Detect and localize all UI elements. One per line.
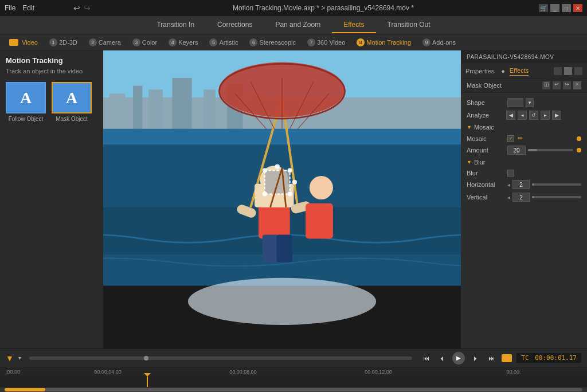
tab-transition-out[interactable]: Transition Out [376,17,442,33]
mask-object-item[interactable]: A Mask Object [52,82,92,122]
mask-icon-1[interactable]: ◫ [542,81,550,89]
amount-keyframe-dot[interactable] [577,148,581,152]
nav-num-5: 5 [209,38,217,46]
right-panel-filename: PARASAILING-V5428694.MOV [461,50,587,64]
maximize-button[interactable]: □ [562,4,571,12]
analyze-btn-3[interactable]: ↺ [529,111,538,120]
play-button[interactable]: ▶ [452,352,465,364]
follow-object-item[interactable]: A Follow Object [6,82,46,122]
horizontal-slider[interactable] [532,183,581,186]
analyze-btn-2[interactable]: ◂ [518,111,527,120]
close-button[interactable]: ✕ [573,4,582,12]
shape-row: Shape ▼ [461,96,587,109]
nav-video-label: Video [22,39,38,46]
nav-2d3d[interactable]: 1 2D-3D [45,37,82,48]
mosaic-value: ✏ [507,135,573,142]
nav-color[interactable]: 3 Color [128,37,162,48]
mosaic-pencil-icon[interactable]: ✏ [518,135,523,142]
right-tab-effects[interactable]: Effects [510,66,529,76]
vertical-slider[interactable] [532,196,581,198]
tab-pan-zoom[interactable]: Pan and Zoom [264,17,332,33]
amount-input[interactable] [507,146,526,155]
mosaic-checkbox[interactable] [507,135,514,142]
mosaic-keyframe-dot[interactable] [577,136,581,141]
tab-effects[interactable]: Effects [332,17,375,33]
vertical-input[interactable] [512,193,530,202]
vertical-decrement[interactable]: ◂ [507,194,510,201]
nav-360video[interactable]: 7 360 Video [303,37,350,48]
ruler-mark-2: 00:00:08.00 [175,369,311,375]
timeline-track[interactable] [0,377,587,387]
nav-motion-tracking[interactable]: 8 Motion Tracking [352,37,416,48]
tab-icon-1[interactable] [554,67,562,75]
analyze-btn-1[interactable]: ◀ [506,111,515,120]
amount-slider-fill [528,149,537,151]
main-content: Motion Tracking Track an object in the v… [0,50,587,348]
tab-icon-3[interactable] [574,67,582,75]
mask-icon-4[interactable]: ✕ [573,81,581,89]
tab-icon-2[interactable] [564,67,572,75]
undo-button[interactable]: ↩ [73,3,80,13]
left-panel: Motion Tracking Track an object in the v… [0,50,103,348]
file-menu[interactable]: File [5,4,15,12]
amount-label: Amount [467,147,504,154]
scroll-track[interactable] [5,388,582,391]
top-nav: Transition In Corrections Pan and Zoom E… [0,16,587,34]
mosaic-section-header[interactable]: ▼ Mosaic [461,121,587,133]
right-panel-tabs: Properties ● Effects [461,64,587,79]
timeline-ruler: :00.00 00:00:04.00 00:00:08.00 00:00:12.… [0,367,587,377]
blur-checkbox[interactable] [507,170,514,177]
analyze-btn-5[interactable]: ▶ [552,111,561,120]
minimize-button[interactable]: _ [550,4,559,12]
nav-artistic-label: Artistic [219,39,238,46]
cart-icon[interactable]: 🛒 [539,4,548,12]
mosaic-arrow: ▼ [467,124,472,130]
window-title: Motion Tracking.Movie.axp * > parasailin… [108,4,539,12]
step-forward-button[interactable]: ⏵ [469,352,481,364]
mask-icon-3[interactable]: ↪ [563,81,571,89]
shape-dropdown[interactable]: ▼ [526,98,534,107]
marker-icon: ▼ [6,354,14,363]
tab-transition-in[interactable]: Transition In [145,17,206,33]
nav-addons[interactable]: 9 Add-ons [418,37,460,48]
horizontal-decrement[interactable]: ◂ [507,182,510,188]
nav-artistic[interactable]: 5 Artistic [205,37,242,48]
nav-video[interactable]: Video [5,38,42,47]
ruler-mark-3: 00:00:12.00 [311,369,446,375]
amount-row: Amount [461,144,587,156]
svg-rect-33 [276,235,292,262]
vertical-slider-fill [532,196,534,198]
amount-value [507,146,573,155]
seek-start-button[interactable]: ⏮ [420,352,432,364]
right-panel-body: Shape ▼ Analyze ◀ ◂ ↺ ▸ ▶ ▼ [461,93,587,348]
nav-keyers[interactable]: 4 Keyers [164,37,202,48]
seek-end-button[interactable]: ⏭ [486,352,497,364]
amount-slider[interactable] [528,149,573,151]
mask-icons: ◫ ↩ ↪ ✕ [542,81,581,89]
tab-corrections[interactable]: Corrections [206,17,264,33]
right-panel: PARASAILING-V5428694.MOV Properties ● Ef… [461,50,587,348]
right-tab-properties[interactable]: Properties [465,66,494,76]
video-icon [9,39,18,46]
redo-button[interactable]: ↪ [84,3,91,13]
nav-360-label: 360 Video [317,39,345,46]
nav-addons-label: Add-ons [432,39,456,46]
analyze-controls: ◀ ◂ ↺ ▸ ▶ [506,111,581,120]
marker-dropdown[interactable]: ▾ [18,355,21,361]
shape-selector[interactable] [507,98,523,107]
blur-row: Blur [461,168,587,178]
nav-num-9: 9 [422,38,431,46]
tc-value: 00:00:01.17 [535,354,577,362]
nav-camera[interactable]: 2 Camera [84,37,126,48]
blur-section-header[interactable]: ▼ Blur [461,156,587,168]
horizontal-input[interactable] [512,180,530,189]
vertical-label: Vertical [467,194,504,201]
analyze-label: Analyze [467,112,504,119]
analyze-btn-4[interactable]: ▸ [541,111,550,120]
mask-icon-2[interactable]: ↩ [553,81,561,89]
nav-stereoscopic[interactable]: 6 Stereoscopic [245,37,300,48]
scrubber-area[interactable] [29,356,412,360]
edit-menu[interactable]: Edit [22,4,34,12]
nav-2d3d-label: 2D-3D [59,39,77,46]
step-back-button[interactable]: ⏴ [436,352,448,364]
